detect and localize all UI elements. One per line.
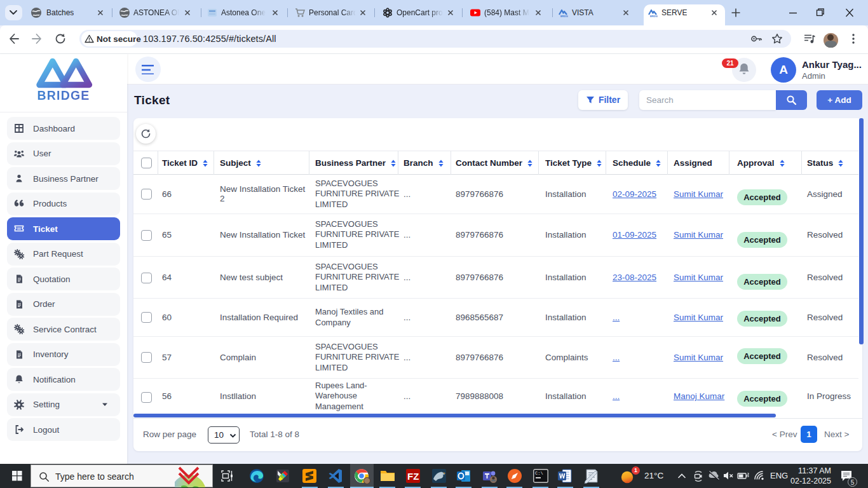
svg-text:BRIDGE: BRIDGE	[650, 15, 658, 18]
svg-text:C:\: C:\	[535, 471, 543, 476]
svg-text:FZ: FZ	[407, 471, 419, 482]
svg-text:BRIDGE: BRIDGE	[560, 15, 568, 18]
